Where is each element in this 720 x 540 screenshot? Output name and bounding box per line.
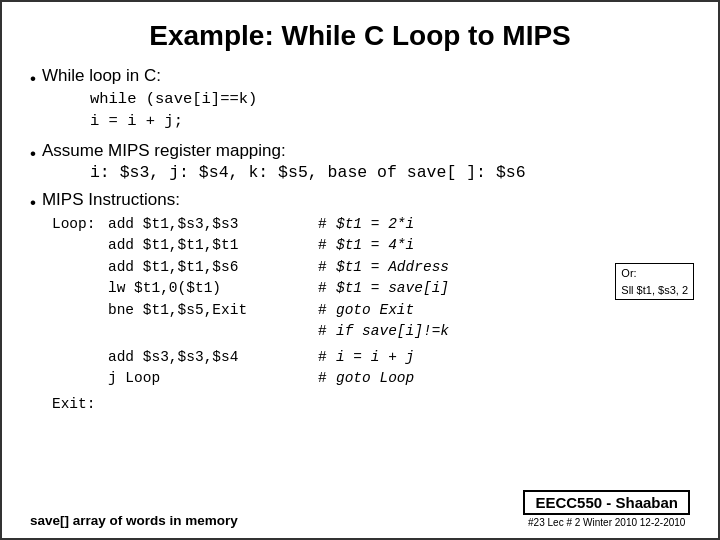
mips-row-4: bne $t1,$s5,Exit # goto Exit (52, 300, 690, 321)
mips-hash-5: # (318, 321, 336, 342)
footer-meta: #23 Lec # 2 Winter 2010 12-2-2010 (523, 517, 690, 528)
bullet-dot-1: • (30, 69, 36, 89)
or-label: Or: (621, 267, 636, 279)
or-tooltip-box: Or: Sll $t1, $s3, 2 (615, 263, 694, 300)
mips-instr-7: j Loop (108, 368, 318, 389)
mips-comment-4: goto Exit (336, 300, 690, 321)
mips-comment-0: $t1 = 2*i (336, 214, 690, 235)
mips-row-5: # if save[i]!=k (52, 321, 690, 342)
mips-row-2: add $t1,$t1,$s6 # $t1 = Address (52, 257, 690, 278)
footer-left-text: save[] array of words in memory (30, 513, 238, 528)
bullet-1-label: While loop in C: (42, 66, 161, 85)
mips-row-7: j Loop # goto Loop (52, 368, 690, 389)
mips-hash-3: # (318, 278, 336, 299)
bullet-dot-3: • (30, 193, 36, 213)
mips-hash-7: # (318, 368, 336, 389)
mips-comment-5: if save[i]!=k (336, 321, 690, 342)
mips-row-exit: Exit: (52, 394, 690, 415)
slide-title: Example: While C Loop to MIPS (30, 20, 690, 52)
mips-hash-2: # (318, 257, 336, 278)
footer-right: EECC550 - Shaaban #23 Lec # 2 Winter 201… (523, 490, 690, 528)
code-line-2: i = i + j; (90, 110, 257, 132)
mips-instr-3: lw $t1,0($t1) (108, 278, 318, 299)
bullet-2: • Assume MIPS register mapping: i: $s3, … (30, 141, 690, 182)
mips-table: Loop: add $t1,$s3,$s3 # $t1 = 2*i add $t… (52, 214, 690, 415)
mips-row-1: add $t1,$t1,$t1 # $t1 = 4*i Or: Sll $t1,… (52, 235, 690, 256)
reg-mapping: i: $s3, j: $s4, k: $s5, base of save[ ]:… (90, 163, 526, 182)
mips-comment-6: i = i + j (336, 347, 690, 368)
mips-row-0: Loop: add $t1,$s3,$s3 # $t1 = 2*i (52, 214, 690, 235)
mips-label-0: Loop: (52, 214, 108, 235)
bullet-2-label: Assume MIPS register mapping: (42, 141, 286, 160)
mips-instr-0: add $t1,$s3,$s3 (108, 214, 318, 235)
mips-instr-6: add $s3,$s3,$s4 (108, 347, 318, 368)
mips-instr-4: bne $t1,$s5,Exit (108, 300, 318, 321)
code-line-1: while (save[i]==k) (90, 88, 257, 110)
mips-instr-1: add $t1,$t1,$t1 (108, 235, 318, 256)
mips-hash-0: # (318, 214, 336, 235)
or-instruction: Sll $t1, $s3, 2 (621, 284, 688, 296)
mips-instr-2: add $t1,$t1,$s6 (108, 257, 318, 278)
mips-comment-1: $t1 = 4*i (336, 235, 690, 256)
bullet-1-code: while (save[i]==k) i = i + j; (90, 88, 257, 133)
footer: save[] array of words in memory EECC550 … (2, 490, 718, 528)
eecc-badge: EECC550 - Shaaban (523, 490, 690, 515)
mips-comment-7: goto Loop (336, 368, 690, 389)
mips-row-3: lw $t1,0($t1) # $t1 = save[i] (52, 278, 690, 299)
mips-exit-label: Exit: (52, 394, 108, 415)
mips-hash-1: # (318, 235, 336, 256)
mips-hash-4: # (318, 300, 336, 321)
bullet-1: • While loop in C: while (save[i]==k) i … (30, 66, 690, 133)
bullet-dot-2: • (30, 144, 36, 164)
bullet-3-label: MIPS Instructions: (42, 190, 180, 209)
bullet-3: • MIPS Instructions: Loop: add $t1,$s3,$… (30, 190, 690, 415)
mips-hash-6: # (318, 347, 336, 368)
mips-row-6: add $s3,$s3,$s4 # i = i + j (52, 347, 690, 368)
slide: Example: While C Loop to MIPS • While lo… (0, 0, 720, 540)
